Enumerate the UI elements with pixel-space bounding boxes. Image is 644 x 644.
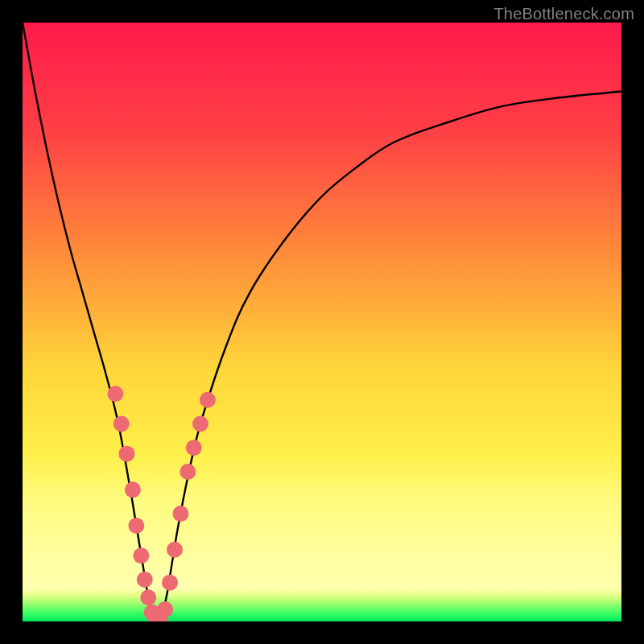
- data-marker: [118, 446, 134, 462]
- data-marker: [114, 415, 130, 431]
- data-marker: [180, 464, 196, 480]
- data-marker: [128, 518, 144, 534]
- plot-area: [23, 23, 621, 621]
- chart-frame: TheBottleneck.com: [0, 0, 644, 644]
- data-marker: [107, 386, 123, 402]
- data-marker: [162, 575, 178, 591]
- data-marker: [186, 440, 202, 456]
- bottleneck-chart: [23, 23, 621, 621]
- data-marker: [140, 589, 156, 605]
- data-marker: [167, 542, 183, 558]
- gradient-background: [23, 23, 621, 621]
- data-marker: [133, 547, 149, 564]
- data-marker: [200, 392, 216, 408]
- data-marker: [172, 506, 188, 522]
- data-marker: [192, 415, 208, 431]
- data-marker: [125, 481, 141, 497]
- watermark-text: TheBottleneck.com: [493, 5, 634, 23]
- data-marker: [157, 601, 173, 617]
- data-marker: [137, 572, 153, 588]
